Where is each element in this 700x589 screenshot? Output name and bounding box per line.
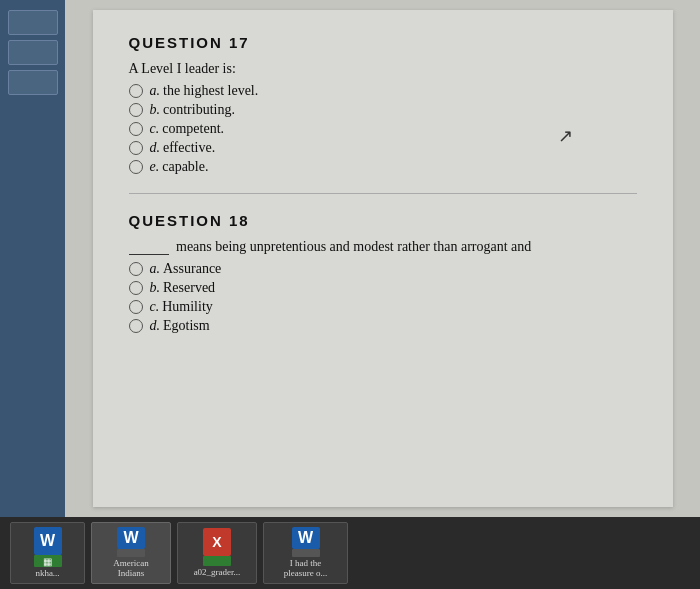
q17-radio-e[interactable] bbox=[129, 160, 143, 174]
q17-option-b[interactable]: b. contributing. bbox=[129, 102, 637, 118]
q17-radio-d[interactable] bbox=[129, 141, 143, 155]
taskbar-item-american-indians[interactable]: W AmericanIndians bbox=[91, 522, 171, 584]
excel-sub-icon-nkha: ▦ bbox=[34, 555, 62, 567]
taskbar-label-grader: a02_grader... bbox=[194, 568, 241, 578]
document-page: QUESTION 17 A Level I leader is: a. the … bbox=[93, 10, 673, 507]
q17-option-e[interactable]: e. capable. bbox=[129, 159, 637, 175]
q17-radio-a[interactable] bbox=[129, 84, 143, 98]
q17-label-d: d. bbox=[150, 140, 161, 156]
q17-text-e: capable. bbox=[162, 159, 208, 175]
q17-text-a: the highest level. bbox=[163, 83, 258, 99]
q18-text-c: Humility bbox=[162, 299, 213, 315]
q18-radio-c[interactable] bbox=[129, 300, 143, 314]
q17-label-a: a. bbox=[150, 83, 161, 99]
question-divider bbox=[129, 193, 637, 194]
question-17-stem: A Level I leader is: bbox=[129, 61, 637, 77]
q17-option-c[interactable]: c. competent. bbox=[129, 121, 637, 137]
q18-label-a: a. bbox=[150, 261, 161, 277]
q17-option-a[interactable]: a. the highest level. bbox=[129, 83, 637, 99]
left-panel-strip-3 bbox=[8, 70, 58, 95]
q17-radio-b[interactable] bbox=[129, 103, 143, 117]
q18-radio-b[interactable] bbox=[129, 281, 143, 295]
q18-radio-d[interactable] bbox=[129, 319, 143, 333]
taskbar-item-grader[interactable]: X a02_grader... bbox=[177, 522, 257, 584]
stem-blank bbox=[129, 254, 169, 255]
sheet-icon-grader bbox=[203, 556, 231, 566]
question-18-stem: means being unpretentious and modest rat… bbox=[129, 239, 637, 255]
word-icon-american: W bbox=[117, 527, 145, 549]
q17-label-c: c. bbox=[150, 121, 160, 137]
taskbar: W ▦ nkha... W AmericanIndians X a02_grad… bbox=[0, 517, 700, 589]
doc-lines-american bbox=[117, 549, 145, 557]
question-17-block: QUESTION 17 A Level I leader is: a. the … bbox=[129, 34, 637, 175]
q18-text-a: Assurance bbox=[163, 261, 221, 277]
left-panel bbox=[0, 0, 65, 517]
doc-lines-pleasure bbox=[292, 549, 320, 557]
taskbar-label-pleasure: I had thepleasure o... bbox=[284, 559, 327, 579]
q17-label-e: e. bbox=[150, 159, 160, 175]
q17-text-d: effective. bbox=[163, 140, 215, 156]
question-18-block: QUESTION 18 means being unpretentious an… bbox=[129, 212, 637, 334]
q18-option-c[interactable]: c. Humility bbox=[129, 299, 637, 315]
q17-text-c: competent. bbox=[162, 121, 224, 137]
q17-label-b: b. bbox=[150, 102, 161, 118]
question-18-title: QUESTION 18 bbox=[129, 212, 637, 229]
left-panel-strip-1 bbox=[8, 10, 58, 35]
q17-text-b: contributing. bbox=[163, 102, 235, 118]
left-panel-strip-2 bbox=[8, 40, 58, 65]
q17-radio-c[interactable] bbox=[129, 122, 143, 136]
excel-icon-grader: X bbox=[203, 528, 231, 556]
q17-option-d[interactable]: d. effective. bbox=[129, 140, 637, 156]
q18-option-a[interactable]: a. Assurance bbox=[129, 261, 637, 277]
taskbar-label-american: AmericanIndians bbox=[113, 559, 148, 579]
word-icon-pleasure: W bbox=[292, 527, 320, 549]
taskbar-label-nkha: nkha... bbox=[35, 569, 59, 579]
taskbar-item-pleasure[interactable]: W I had thepleasure o... bbox=[263, 522, 348, 584]
q18-text-d: Egotism bbox=[163, 318, 210, 334]
q18-radio-a[interactable] bbox=[129, 262, 143, 276]
q18-text-b: Reserved bbox=[163, 280, 215, 296]
question-17-title: QUESTION 17 bbox=[129, 34, 637, 51]
q18-option-b[interactable]: b. Reserved bbox=[129, 280, 637, 296]
content-area: QUESTION 17 A Level I leader is: a. the … bbox=[65, 0, 700, 517]
taskbar-item-nkha[interactable]: W ▦ nkha... bbox=[10, 522, 85, 584]
word-icon-nkha: W bbox=[34, 527, 62, 555]
q18-option-d[interactable]: d. Egotism bbox=[129, 318, 637, 334]
q18-label-c: c. bbox=[150, 299, 160, 315]
q18-stem-text: means being unpretentious and modest rat… bbox=[176, 239, 531, 254]
q18-label-b: b. bbox=[150, 280, 161, 296]
q18-label-d: d. bbox=[150, 318, 161, 334]
